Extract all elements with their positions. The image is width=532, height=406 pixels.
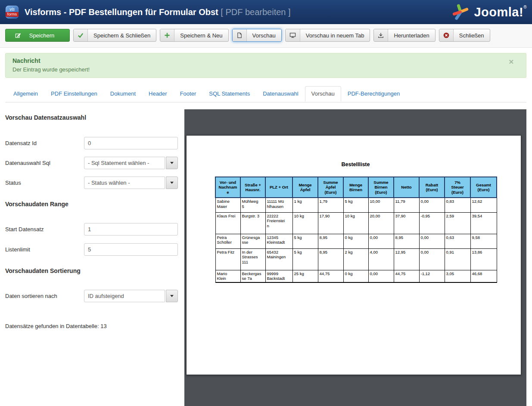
datenauswahl-sql-dropdown-button[interactable] — [166, 157, 178, 169]
table-cell: 0,00 — [368, 270, 394, 282]
table-cell: 9,58 — [470, 234, 497, 248]
document-icon — [233, 29, 247, 41]
close-circle-icon — [439, 29, 454, 41]
pdf-order-table: Vor- und Nachnam e Straße + Hausnr. PLZ … — [215, 177, 497, 283]
sortieren-select[interactable]: ID aufsteigend — [84, 290, 165, 302]
close-icon[interactable]: ✕ — [508, 59, 514, 65]
tab-dokument[interactable]: Dokument — [104, 86, 142, 102]
table-header-cell: PLZ + Ort — [265, 177, 292, 198]
tab-bar: Allgemein PDF Einstellungen Dokument Hea… — [5, 86, 526, 102]
table-cell: 12,95 — [394, 248, 419, 270]
table-cell: Petra Schöller — [215, 234, 240, 248]
tab-datenauswahl[interactable]: Datenauswahl — [256, 86, 305, 102]
save-new-button[interactable]: Speichern & Neu — [160, 29, 228, 42]
table-cell: 0,00 — [419, 198, 445, 212]
save-new-button-label: Speichern & Neu — [174, 29, 228, 41]
table-cell: 8,95 — [394, 234, 419, 248]
table-header-row: Vor- und Nachnam e Straße + Hausnr. PLZ … — [215, 177, 497, 198]
chevron-down-icon — [170, 295, 174, 297]
table-cell: 5 kg — [343, 198, 368, 212]
table-cell: 37,90 — [394, 212, 419, 234]
tab-dokument-label[interactable]: Dokument — [104, 86, 142, 101]
table-cell: 10 kg — [292, 212, 318, 234]
table-cell: 11111 Mü hlhausen — [265, 198, 292, 212]
table-cell: 0,83 — [445, 198, 470, 212]
table-cell: Sabine Maier — [215, 198, 240, 212]
table-row: Sabine Maier Mühlweg 5 11111 Mü hlhausen… — [215, 198, 497, 212]
chevron-down-icon — [170, 162, 174, 164]
success-alert: Nachricht Der Eintrag wurde gespeichert!… — [5, 53, 526, 78]
tab-header-label[interactable]: Header — [142, 86, 174, 101]
table-cell: 1,79 — [318, 198, 343, 212]
tab-pdf-einstellungen[interactable]: PDF Einstellungen — [44, 86, 104, 102]
registered-mark: ® — [523, 5, 527, 9]
datensatz-id-label: Datensatz Id — [5, 140, 84, 146]
tab-footer[interactable]: Footer — [174, 86, 203, 102]
page-title: Visforms - PDF Bestellungen für Formular… — [25, 0, 291, 24]
tab-allgemein-label[interactable]: Allgemein — [7, 86, 44, 101]
section-heading-datensatzauswahl: Vorschau Datensatzauswahl — [5, 114, 86, 121]
check-icon — [74, 29, 88, 41]
tab-pdf-berechtigungen[interactable]: PDF-Berechtigungen — [341, 86, 406, 102]
page-title-main: Visforms - PDF Bestellungen für Formular… — [25, 7, 218, 17]
table-cell: 13,86 — [470, 248, 497, 270]
datensatz-id-input[interactable] — [84, 137, 178, 149]
table-cell: 39,54 — [470, 212, 497, 234]
table-cell: 65432 Mainingen — [265, 248, 292, 270]
table-cell: 0 kg — [343, 234, 368, 248]
status-select[interactable]: - Status wählen - — [84, 177, 165, 189]
preview-button[interactable]: Vorschau — [232, 29, 282, 42]
toolbar: Speichern Speichern & Schließen Speicher… — [0, 24, 532, 48]
tab-pdf-einstellungen-label[interactable]: PDF Einstellungen — [44, 86, 104, 101]
table-cell: Mario Klein — [215, 270, 240, 282]
sortieren-value: ID aufsteigend — [88, 293, 124, 299]
chevron-down-icon — [170, 182, 174, 184]
save-close-button-label: Speichern & Schließen — [88, 29, 156, 41]
tab-allgemein[interactable]: Allgemein — [7, 86, 44, 102]
download-button[interactable]: Herunterladen — [373, 29, 435, 42]
table-cell: 44,75 — [318, 270, 343, 282]
table-row: Klaus Frei Burgstr. 3 22222 Freienstei n… — [215, 212, 497, 234]
start-datensatz-input[interactable] — [84, 223, 178, 236]
status-dropdown-button[interactable] — [166, 177, 178, 189]
table-cell: 12,62 — [470, 198, 497, 212]
table-row: Petra Fitz In der Strasses 111 65432 Mai… — [215, 248, 497, 270]
close-button-label: Schließen — [454, 29, 490, 41]
table-cell: 99999 Backstadt — [265, 270, 292, 282]
tab-header[interactable]: Header — [142, 86, 174, 102]
pencil-square-icon — [15, 29, 24, 41]
table-cell: 2,59 — [445, 212, 470, 234]
plus-icon — [160, 29, 174, 41]
table-cell: Grünesga sse — [240, 234, 265, 248]
tab-footer-label[interactable]: Footer — [174, 86, 203, 101]
table-row: Mario Klein Beckergas se 7a 99999 Backst… — [215, 270, 497, 282]
table-cell: 12345 Kleinstadt — [265, 234, 292, 248]
preview-new-tab-button[interactable]: Vorschau in neuem Tab — [285, 29, 370, 42]
save-button[interactable]: Speichern — [5, 29, 70, 42]
table-cell: 0 kg — [343, 270, 368, 282]
sortieren-dropdown-button[interactable] — [166, 290, 178, 302]
table-header-cell: Summe Äpfel (Euro) — [318, 177, 343, 198]
tab-sql-statements-label[interactable]: SQL Statements — [202, 86, 256, 101]
table-header-cell: Menge Äpfel — [292, 177, 318, 198]
table-cell: 1 kg — [292, 198, 318, 212]
close-button[interactable]: Schließen — [439, 29, 490, 42]
datenauswahl-sql-value: - Sql Statement wählen - — [88, 160, 149, 166]
table-cell: 0,00 — [419, 248, 445, 270]
section-heading-sortierung: Vorschaudaten Sortierung — [5, 267, 81, 274]
table-cell: 3,05 — [445, 270, 470, 282]
tab-datenauswahl-label[interactable]: Datenauswahl — [256, 86, 305, 101]
tab-vorschau[interactable]: Vorschau — [305, 86, 341, 102]
table-cell: Beckergas se 7a — [240, 270, 265, 282]
tab-sql-statements[interactable]: SQL Statements — [202, 86, 256, 102]
listenlimit-input[interactable] — [84, 243, 178, 256]
save-close-button[interactable]: Speichern & Schließen — [73, 29, 156, 42]
alert-body: Der Eintrag wurde gespeichert! — [12, 66, 519, 73]
table-cell: 10,00 — [368, 198, 394, 212]
tab-vorschau-label[interactable]: Vorschau — [305, 86, 341, 102]
table-header-cell: Netto — [394, 177, 419, 198]
save-button-label: Speichern — [24, 29, 60, 41]
tab-pdf-berechtigungen-label[interactable]: PDF-Berechtigungen — [341, 86, 406, 101]
datenauswahl-sql-select[interactable]: - Sql Statement wählen - — [84, 157, 165, 169]
records-found-note: Datensätze gefunden in Datentabelle: 13 — [5, 323, 107, 329]
